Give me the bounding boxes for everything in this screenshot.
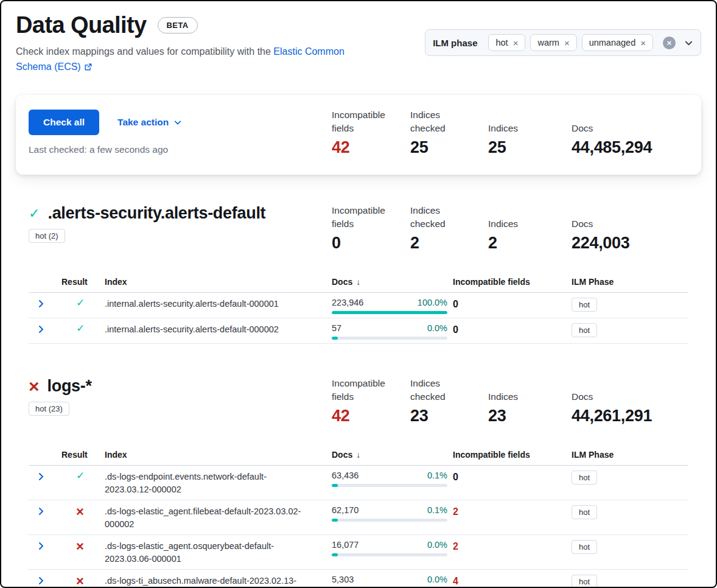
external-link-icon [84,60,93,75]
pattern-ilm-badge: hot (23) [29,402,69,416]
stat-docs: Docs 44,485,294 [572,108,702,157]
index-name: .ds-logs-elastic_agent.osquerybeat-defau… [105,540,311,565]
index-name: .internal.alerts-security.alerts-default… [105,323,311,336]
docs-percent: 100.0% [418,298,447,307]
table-row: .ds-logs-elastic_agent.osquerybeat-defau… [29,535,688,570]
expand-row-button[interactable] [36,299,46,309]
summary-stats: Incompatible fields 42 Indices checked 2… [332,108,702,157]
ilm-phase-badge: hot [572,505,597,519]
page-header: Data Quality BETA Check index mappings a… [1,1,716,75]
pattern-ilm-badge: hot (2) [29,229,65,243]
expand-row-button[interactable] [36,506,46,516]
incompatible-count: 4 [453,576,458,586]
stat-incompatible-fields: Incompatible fields 42 [332,377,410,425]
incompatible-count: 0 [453,324,458,335]
sort-desc-icon [356,277,360,287]
index-name: .ds-logs-ti_abusech.malware-default-2023… [105,575,311,588]
table-row: .internal.alerts-security.alerts-default… [29,293,688,318]
docs-progress-bar [332,484,447,487]
ilm-phase-badge: hot [572,575,597,588]
page-subtitle: Check index mappings and values for comp… [16,44,357,75]
result-column-header: Result [53,450,102,460]
ilm-phase-badge: hot [572,471,597,485]
data-quality-page: Data Quality BETA Check index mappings a… [0,0,717,588]
ilm-phase-badge: hot [572,298,597,312]
result-status-icon [76,540,84,553]
docs-progress-bar [332,311,447,314]
index-column-header: Index [102,277,332,287]
remove-pill-icon[interactable] [640,38,646,47]
docs-count: 63,436 [332,471,358,480]
sort-desc-icon [356,450,360,460]
incompatible-column-header: Incompatible fields [453,450,572,460]
stat-indices: Indices 23 [488,377,572,425]
ilm-filter-pill-warm[interactable]: warm [530,34,576,51]
chevron-down-icon[interactable] [684,38,693,47]
subtitle-text: Check index mappings and values for comp… [16,46,271,57]
ilm-column-header: ILM Phase [572,277,688,287]
docs-percent: 0.1% [427,505,447,515]
pattern-section-alerts: .alerts-security.alerts-default hot (2) … [1,204,716,344]
page-title: Data Quality [16,12,147,38]
docs-percent: 0.0% [427,323,447,333]
pattern-status-icon [29,207,40,220]
docs-progress-bar [332,553,447,556]
expand-row-button[interactable] [36,576,46,586]
beta-badge: BETA [158,17,198,33]
expand-row-button[interactable] [36,541,46,551]
docs-count: 16,077 [332,540,358,550]
take-action-button[interactable]: Take action [117,117,182,128]
remove-pill-icon[interactable] [564,38,570,47]
table-header-row: Result Index Docs Incompatible fields IL… [29,277,688,293]
stat-docs: Docs 44,261,291 [572,377,702,425]
incompatible-column-header: Incompatible fields [453,277,572,287]
incompatible-count: 2 [453,541,458,551]
docs-column-header[interactable]: Docs [332,450,453,460]
docs-percent: 0.1% [427,471,447,480]
docs-percent: 0.0% [427,575,447,584]
ilm-phase-filter-label: ILM phase [433,38,477,48]
docs-progress-bar [332,519,447,522]
ilm-filter-pill-hot[interactable]: hot [488,34,525,51]
docs-column-header[interactable]: Docs [332,277,453,287]
result-status-icon [76,298,85,308]
ilm-filter-pill-unmanaged[interactable]: unmanaged [582,34,653,51]
stat-docs: Docs 224,003 [572,204,702,253]
indices-table: Result Index Docs Incompatible fields IL… [29,450,688,588]
pattern-title: logs-* [47,377,92,396]
result-column-header: Result [53,277,102,287]
expand-row-button[interactable] [36,324,46,334]
pattern-section-logs: logs-* hot (23) Incompatible fields 42 I… [1,377,716,588]
pattern-status-icon [29,377,40,396]
indices-table: Result Index Docs Incompatible fields IL… [29,277,688,344]
result-status-icon [76,471,85,481]
index-name: .ds-logs-elastic_agent.filebeat-default-… [105,505,311,531]
stat-indices-checked: Indices checked 23 [410,377,488,425]
pattern-stats: Incompatible fields 42 Indices checked 2… [332,377,702,425]
incompatible-count: 2 [453,506,458,517]
check-all-button[interactable]: Check all [29,110,99,135]
ilm-phase-badge: hot [572,323,597,337]
index-column-header: Index [102,450,332,460]
index-name: .ds-logs-endpoint.events.network-default… [105,471,311,496]
ilm-column-header: ILM Phase [572,450,688,460]
docs-count: 223,946 [332,298,363,307]
docs-percent: 0.0% [427,540,447,550]
table-row: .ds-logs-elastic_agent.filebeat-default-… [29,500,688,535]
result-status-icon [76,505,84,519]
docs-count: 62,170 [332,505,358,515]
result-status-icon [76,323,85,334]
pattern-stats: Incompatible fields 0 Indices checked 2 … [332,204,702,253]
clear-all-filters-button[interactable] [663,37,676,49]
index-name: .internal.alerts-security.alerts-default… [105,298,311,310]
incompatible-count: 0 [453,299,458,309]
ilm-phase-filter[interactable]: ILM phase hot warm unmanaged [425,29,701,56]
ilm-phase-badge: hot [572,540,597,554]
table-row: .internal.alerts-security.alerts-default… [29,318,688,344]
docs-count: 57 [332,323,341,333]
remove-pill-icon[interactable] [513,38,519,47]
stat-incompatible-fields: Incompatible fields 42 [332,108,410,157]
expand-row-button[interactable] [36,472,46,481]
docs-progress-bar [332,337,447,340]
result-status-icon [76,575,84,588]
